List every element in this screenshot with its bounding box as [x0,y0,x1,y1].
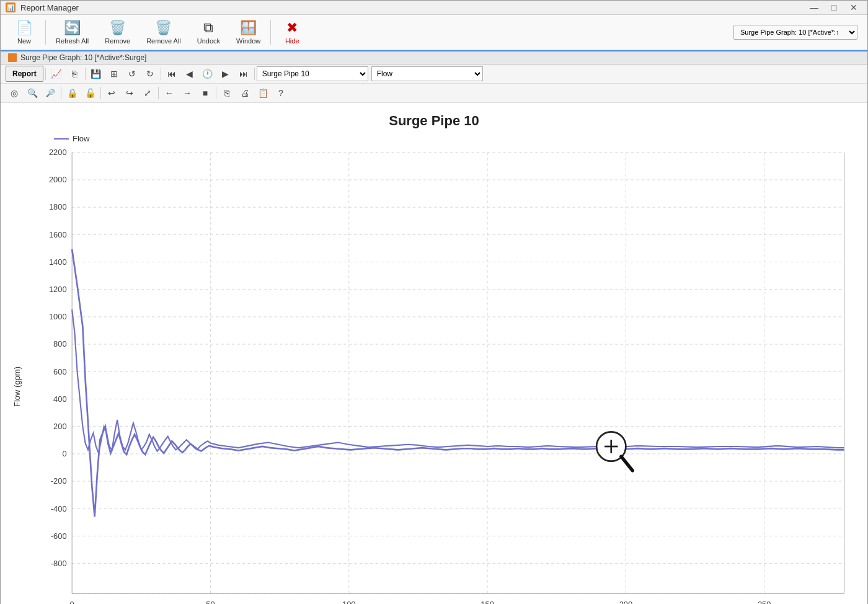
svg-text:-400: -400 [51,504,67,513]
svg-text:200: 200 [619,600,632,604]
chart-toolbar-2: ◎ 🔍 🔎 🔒 🔓 ↩ ↪ ⤢ ← → ■ ⎘ 🖨 📋 ? [1,84,867,103]
lock-icon[interactable]: 🔒 [63,85,81,101]
svg-text:150: 150 [480,600,494,604]
clock-icon[interactable]: 🕐 [199,66,216,82]
refresh-all-button[interactable]: 🔄 Refresh All [48,17,96,47]
chart-container: Flow (gpm) [11,146,857,604]
ribbon-toolbar: 📄 New 🔄 Refresh All 🗑️ Remove 🗑️ Remove … [1,15,867,50]
ribbon-right-section: Surge Pipe Graph: 10 [*Active*:↑ [733,17,862,47]
svg-text:600: 600 [53,367,66,376]
svg-text:1800: 1800 [49,202,67,211]
legend-label: Flow [73,134,89,143]
ribbon-separator-1 [45,20,46,45]
arrow-right-icon[interactable]: → [179,85,196,101]
rotate-right-icon[interactable]: ↻ [141,66,159,82]
main-window: 📊 Report Manager — □ ✕ 📄 New 🔄 Refresh A… [0,0,868,604]
refresh-icon: 🔄 [64,20,81,36]
chart-line-icon[interactable]: 📈 [48,66,65,82]
svg-text:-200: -200 [51,476,67,486]
close-button[interactable]: ✕ [845,1,862,14]
report-button[interactable]: Report [6,66,43,82]
select-icon[interactable]: ◎ [6,85,23,101]
remove-icon: 🗑️ [109,20,126,36]
legend-line [54,138,69,140]
sep1 [45,68,46,80]
chart-inner[interactable]: 2200 2000 1800 1600 1400 1200 1000 800 6… [25,146,857,604]
skip-back-icon[interactable]: ⏮ [163,66,180,82]
svg-text:1200: 1200 [49,285,67,294]
sep5 [61,87,61,99]
skip-forward-icon[interactable]: ⏭ [235,66,252,82]
redo-icon[interactable]: ↪ [121,85,138,101]
type-select[interactable]: Flow [371,66,483,81]
minimize-button[interactable]: — [805,1,823,14]
new-icon: 📄 [16,20,33,36]
chart-legend: Flow [54,134,857,143]
svg-text:800: 800 [53,339,66,349]
pipe-select[interactable]: Surge Pipe 10 [257,66,368,81]
svg-text:100: 100 [342,600,355,604]
step-forward-icon[interactable]: ▶ [217,66,234,82]
arrow-left-icon[interactable]: ← [161,85,178,101]
expand-icon[interactable]: ⤢ [139,85,156,101]
export-icon[interactable]: 📋 [254,85,272,101]
step-back-icon[interactable]: ◀ [181,66,198,82]
print-icon[interactable]: 🖨 [236,85,254,101]
maximize-button[interactable]: □ [825,1,843,14]
remove-all-button[interactable]: 🗑️ Remove All [139,17,188,47]
svg-text:-600: -600 [51,531,67,541]
window-selector[interactable]: Surge Pipe Graph: 10 [*Active*:↑ [733,25,857,40]
doc-tab-icon [8,53,17,62]
help-icon[interactable]: ? [272,85,290,101]
chart-svg[interactable]: 2200 2000 1800 1600 1400 1200 1000 800 6… [25,146,857,604]
remove-button[interactable]: 🗑️ Remove [97,17,138,47]
chart-bg [72,153,844,593]
undock-button[interactable]: ⧉ Undock [190,17,228,47]
svg-text:200: 200 [53,422,66,431]
remove-all-icon: 🗑️ [155,20,172,36]
zoom-out-icon[interactable]: 🔎 [42,85,59,101]
sep8 [216,87,216,99]
hide-icon: ✖ [286,20,298,36]
svg-text:0: 0 [62,449,66,458]
chart-toolbar-1: Report 📈 ⎘ 💾 ⊞ ↺ ↻ ⏮ ◀ 🕐 ▶ ⏭ Surge Pipe … [1,64,867,84]
new-button[interactable]: 📄 New [6,17,43,47]
document-tab[interactable]: Surge Pipe Graph: 10 [*Active*:Surge] [1,50,867,64]
sep6 [100,87,101,99]
window-controls: — □ ✕ [805,1,862,14]
svg-text:50: 50 [206,600,215,604]
hide-button[interactable]: ✖ Hide [273,17,311,47]
copy-icon[interactable]: ⎘ [66,66,83,82]
window-title: Report Manager [20,3,805,12]
rotate-left-icon[interactable]: ↺ [123,66,141,82]
svg-text:2000: 2000 [49,175,67,184]
table-icon[interactable]: ⊞ [105,66,123,82]
save-icon[interactable]: 💾 [87,66,105,82]
doc-tab-label: Surge Pipe Graph: 10 [*Active*:Surge] [20,53,146,62]
undo-icon[interactable]: ↩ [103,85,120,101]
app-icon: 📊 [6,2,16,12]
zoom-in-icon[interactable]: 🔍 [24,85,41,101]
svg-text:-800: -800 [51,559,67,568]
svg-text:2200: 2200 [49,148,67,157]
unlock-icon[interactable]: 🔓 [81,85,99,101]
svg-text:0: 0 [70,600,74,604]
title-bar: 📊 Report Manager — □ ✕ [1,1,867,15]
chart-area: Surge Pipe 10 Flow Flow (gpm) [1,103,867,604]
stop-icon[interactable]: ■ [197,85,214,101]
window-icon: 🪟 [240,20,257,36]
sep4 [254,68,255,80]
copy2-icon[interactable]: ⎘ [218,85,236,101]
sep2 [85,68,86,80]
sep7 [158,87,159,99]
svg-text:1400: 1400 [49,257,67,267]
sep3 [161,68,161,80]
undock-icon: ⧉ [203,20,213,36]
window-button[interactable]: 🪟 Window [229,17,268,47]
y-axis-label: Flow (gpm) [11,146,23,604]
svg-text:400: 400 [53,394,66,404]
svg-text:1000: 1000 [49,312,67,321]
svg-text:1600: 1600 [49,230,67,239]
chart-title: Surge Pipe 10 [11,113,857,129]
ribbon-separator-2 [270,20,271,45]
